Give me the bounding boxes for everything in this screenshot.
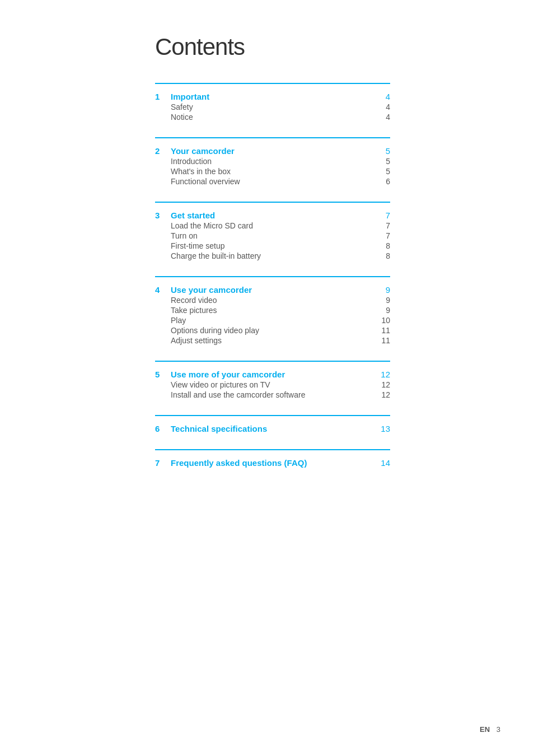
subsection-page-2-1: 5 <box>386 167 390 176</box>
subsection-title-4-1: Take pictures <box>171 306 386 315</box>
toc-section-1: 1Important4Safety4Notice4 <box>155 83 390 122</box>
section-number-5: 5 <box>155 370 166 379</box>
subsection-row-3-0: Load the Micro SD card7 <box>171 221 390 230</box>
subsection-row-3-3: Charge the built-in battery8 <box>171 251 390 260</box>
subsection-row-4-2: Play10 <box>171 316 390 325</box>
subsection-title-5-1: Install and use the camcorder software <box>171 390 381 399</box>
page-container: Contents 1Important4Safety4Notice42Your … <box>133 0 401 517</box>
section-page-4: 9 <box>386 285 390 295</box>
footer: EN 3 <box>480 725 500 734</box>
section-number-3: 3 <box>155 211 166 220</box>
section-page-2: 5 <box>386 146 390 156</box>
subsection-page-5-0: 12 <box>381 380 390 389</box>
subsection-page-2-2: 6 <box>386 177 390 186</box>
section-page-1: 4 <box>386 92 390 101</box>
subsection-page-3-1: 7 <box>386 231 390 240</box>
subsection-page-1-1: 4 <box>386 113 390 122</box>
subsection-row-2-2: Functional overview6 <box>171 177 390 186</box>
section-number-7: 7 <box>155 458 166 468</box>
subsection-page-4-3: 11 <box>381 326 390 335</box>
subsection-row-4-0: Record video9 <box>171 296 390 305</box>
section-title-4: Use your camcorder <box>171 285 386 295</box>
subsection-row-2-1: What's in the box5 <box>171 167 390 176</box>
toc-section-2: 2Your camcorder5Introduction5What's in t… <box>155 137 390 186</box>
toc-section-row-6: 6Technical specifications13 <box>155 424 390 433</box>
toc-section-row-1: 1Important4 <box>155 92 390 101</box>
subsection-title-3-3: Charge the built-in battery <box>171 251 386 260</box>
subsection-page-1-0: 4 <box>386 102 390 111</box>
subsection-title-3-2: First-time setup <box>171 241 386 250</box>
subsection-row-2-0: Introduction5 <box>171 157 390 166</box>
section-title-7: Frequently asked questions (FAQ) <box>171 458 381 468</box>
section-title-2: Your camcorder <box>171 146 386 156</box>
subsection-title-3-0: Load the Micro SD card <box>171 221 386 230</box>
toc-section-3: 3Get started7Load the Micro SD card7Turn… <box>155 202 390 260</box>
section-number-2: 2 <box>155 146 166 156</box>
subsection-row-5-1: Install and use the camcorder software12 <box>171 390 390 399</box>
subsection-page-4-1: 9 <box>386 306 390 315</box>
subsection-page-3-0: 7 <box>386 221 390 230</box>
subsection-row-5-0: View video or pictures on TV12 <box>171 380 390 389</box>
subsection-title-4-4: Adjust settings <box>171 336 381 345</box>
subsection-title-4-3: Options during video play <box>171 326 381 335</box>
subsection-title-2-0: Introduction <box>171 157 386 166</box>
subsection-title-2-2: Functional overview <box>171 177 386 186</box>
subsection-row-4-3: Options during video play11 <box>171 326 390 335</box>
section-number-4: 4 <box>155 285 166 295</box>
subsection-title-4-2: Play <box>171 316 381 325</box>
section-page-5: 12 <box>381 370 390 379</box>
subsection-title-4-0: Record video <box>171 296 386 305</box>
toc-section-row-2: 2Your camcorder5 <box>155 146 390 156</box>
section-page-6: 13 <box>381 424 390 433</box>
subsection-page-4-2: 10 <box>381 316 390 325</box>
toc-list: 1Important4Safety4Notice42Your camcorder… <box>155 83 390 468</box>
footer-lang: EN <box>480 725 490 734</box>
section-number-6: 6 <box>155 424 166 433</box>
section-title-5: Use more of your camcorder <box>171 370 381 379</box>
footer-page: 3 <box>496 725 500 734</box>
subsection-page-4-4: 11 <box>381 336 390 345</box>
toc-section-5: 5Use more of your camcorder12View video … <box>155 361 390 399</box>
subsection-title-1-0: Safety <box>171 102 386 111</box>
toc-section-row-4: 4Use your camcorder9 <box>155 285 390 295</box>
subsection-title-5-0: View video or pictures on TV <box>171 380 381 389</box>
subsection-page-5-1: 12 <box>381 390 390 399</box>
subsection-page-2-0: 5 <box>386 157 390 166</box>
subsection-row-3-1: Turn on7 <box>171 231 390 240</box>
toc-section-4: 4Use your camcorder9Record video9Take pi… <box>155 276 390 345</box>
section-page-3: 7 <box>386 211 390 220</box>
subsection-page-4-0: 9 <box>386 296 390 305</box>
toc-section-row-5: 5Use more of your camcorder12 <box>155 370 390 379</box>
subsection-title-2-1: What's in the box <box>171 167 386 176</box>
toc-section-row-7: 7Frequently asked questions (FAQ)14 <box>155 458 390 468</box>
section-title-1: Important <box>171 92 386 101</box>
subsection-title-1-1: Notice <box>171 113 386 122</box>
toc-section-7: 7Frequently asked questions (FAQ)14 <box>155 449 390 468</box>
subsection-row-4-4: Adjust settings11 <box>171 336 390 345</box>
subsection-row-1-0: Safety4 <box>171 102 390 111</box>
subsection-row-3-2: First-time setup8 <box>171 241 390 250</box>
subsection-page-3-3: 8 <box>386 251 390 260</box>
section-page-7: 14 <box>381 458 390 468</box>
subsection-row-1-1: Notice4 <box>171 113 390 122</box>
toc-section-row-3: 3Get started7 <box>155 211 390 220</box>
subsection-page-3-2: 8 <box>386 241 390 250</box>
page-title: Contents <box>155 34 390 60</box>
subsection-title-3-1: Turn on <box>171 231 386 240</box>
toc-section-6: 6Technical specifications13 <box>155 415 390 433</box>
section-title-6: Technical specifications <box>171 424 381 433</box>
subsection-row-4-1: Take pictures9 <box>171 306 390 315</box>
section-title-3: Get started <box>171 211 386 220</box>
section-number-1: 1 <box>155 92 166 101</box>
